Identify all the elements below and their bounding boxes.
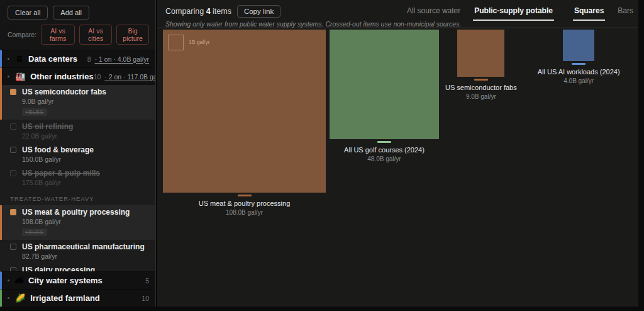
app-window: Clear all Add all Compare: AI vs farms A…: [0, 0, 644, 311]
checkbox-unchecked[interactable]: [10, 267, 16, 271]
checkbox-unchecked[interactable]: [10, 123, 16, 130]
scrollbar-gutter-right: [638, 0, 644, 311]
group-count: 10: [94, 73, 101, 81]
group-color-tick: [377, 141, 391, 143]
item-value: 9.0B gal/yr: [22, 98, 106, 105]
group-color-tick: [238, 195, 252, 196]
square-us-meat-and-poultry-processing[interactable]: 1B gal/yr: [163, 30, 326, 193]
group-name: City water systems: [28, 276, 103, 285]
clear-all-button[interactable]: Clear all: [8, 6, 48, 20]
group-count: 10: [142, 295, 149, 302]
checkbox-unchecked[interactable]: [10, 170, 16, 176]
toggle-dot: [8, 76, 9, 77]
toggle-dot: [8, 58, 9, 60]
tab-squares[interactable]: Squares: [573, 6, 605, 21]
group-name: Irrigated farmland: [30, 293, 100, 303]
tab-all-source-water[interactable]: All source water: [406, 6, 462, 21]
sidebar-group-data-centers[interactable]: 🖥 Data centers 8 · 1 on · 4.0B gal/yr: [0, 50, 155, 67]
group-color-tick: [572, 63, 586, 65]
scale-reference-label: 1B gal/yr: [189, 39, 210, 45]
tab-public-supply-potable[interactable]: Public-supply potable: [473, 6, 554, 21]
view-tabs: All source water Public-supply potable S…: [406, 6, 635, 21]
main-panel: Comparing 4 items Copy link Showing only…: [157, 0, 638, 307]
square-us-semiconductor-fabs[interactable]: [457, 30, 504, 77]
square-item-all-us-golf-courses: All US golf courses (2024) 48.0B gal/yr: [330, 30, 439, 162]
item-name: US semiconductor fabs: [22, 88, 106, 96]
sidebar-item-us-dairy-processing[interactable]: US dairy processing: [0, 263, 155, 271]
scale-reference-square: [168, 35, 184, 50]
compare-ai-vs-farms-button[interactable]: AI vs farms: [41, 25, 75, 45]
item-name: US paper & pulp mills: [22, 169, 100, 178]
item-name: US meat & poultry processing: [22, 208, 130, 217]
checkbox-checked[interactable]: [10, 209, 16, 215]
sidebar-item-us-paper-and-pulp-mills[interactable]: US paper & pulp mills 175.0B gal/yr: [0, 166, 155, 189]
squares-canvas: 1B gal/yr US meat & poultry processing 1…: [157, 28, 638, 216]
group-count: 5: [145, 277, 149, 285]
sidebar-item-us-pharmaceutical-manufacturing[interactable]: US pharmaceutical manufacturing 82.7B ga…: [0, 240, 155, 263]
sidebar-top-controls: Clear all Add all Compare: AI vs farms A…: [0, 0, 155, 50]
header-subtitle: Showing only water from public water sup…: [165, 20, 630, 28]
group-count: 8: [87, 55, 91, 63]
factory-icon: 🏭: [15, 72, 25, 81]
sidebar-item-us-semiconductor-fabs[interactable]: US semiconductor fabs 9.0B gal/yr +ELEC: [0, 85, 155, 120]
item-value: 108.0B gal/yr: [22, 218, 130, 225]
main-header: Comparing 4 items Copy link Showing only…: [157, 0, 638, 28]
item-value: 150.0B gal/yr: [22, 156, 94, 163]
sidebar-item-us-oil-refining[interactable]: US oil refining 22.0B gal/yr: [0, 120, 155, 143]
item-name: US oil refining: [22, 123, 73, 131]
checkbox-unchecked[interactable]: [10, 147, 16, 153]
checkbox-unchecked[interactable]: [10, 244, 16, 250]
elec-badge: +ELEC: [22, 108, 47, 116]
section-label: TREATED-WATER-HEAVY: [10, 195, 94, 202]
sidebar-section-treated-water-heavy: TREATED-WATER-HEAVY: [0, 189, 155, 205]
item-name: US food & beverage: [22, 146, 94, 154]
square-value: 48.0B gal/yr: [367, 156, 401, 162]
compare-big-picture-button[interactable]: Big picture: [116, 25, 149, 45]
checkbox-checked[interactable]: [10, 89, 16, 95]
square-item-us-semiconductor-fabs: US semiconductor fabs 9.0B gal/yr: [445, 30, 517, 100]
cityscape-icon: 🏙: [15, 276, 23, 285]
sidebar: Clear all Add all Compare: AI vs farms A…: [0, 0, 156, 307]
square-value: 108.0B gal/yr: [226, 209, 263, 216]
square-label: US meat & poultry processing: [199, 200, 291, 207]
copy-link-button[interactable]: Copy link: [237, 5, 280, 18]
sidebar-group-city-water-systems[interactable]: 🏙 City water systems 5: [0, 271, 155, 289]
group-on-badge[interactable]: · 2 on · 117.0B gal/yr: [104, 73, 156, 81]
item-value: 82.7B gal/yr: [22, 252, 145, 260]
item-name: US dairy processing: [22, 266, 95, 271]
group-color-tick: [474, 79, 488, 81]
compare-ai-vs-cities-button[interactable]: AI vs cities: [79, 25, 112, 45]
item-name: US pharmaceutical manufacturing: [22, 243, 145, 251]
tab-bars[interactable]: Bars: [616, 6, 635, 21]
square-value: 9.0B gal/yr: [466, 93, 496, 100]
desktop-computer-icon: 🖥: [15, 55, 23, 63]
square-label: US semiconductor fabs: [445, 84, 517, 91]
comparing-title: Comparing 4 items: [165, 7, 231, 16]
corn-icon: 🌽: [15, 294, 25, 302]
square-label: All US golf courses (2024): [344, 146, 425, 154]
square-item-all-us-ai-workloads: All US AI workloads (2024) 4.0B gal/yr: [538, 30, 620, 84]
group-on-badge[interactable]: · 1 on · 4.0B gal/yr: [95, 55, 149, 63]
sidebar-group-irrigated-farmland[interactable]: 🌽 Irrigated farmland 10: [0, 289, 155, 307]
toggle-dot: [8, 297, 9, 299]
compare-label: Compare:: [8, 31, 36, 38]
toggle-dot: [8, 280, 9, 281]
add-all-button[interactable]: Add all: [53, 6, 89, 20]
item-value: 22.0B gal/yr: [22, 132, 73, 140]
group-name: Data centers: [28, 54, 77, 64]
elec-badge: +ELEC: [22, 229, 47, 236]
scrollbar-gutter-bottom: [0, 307, 644, 311]
group-name: Other industries: [30, 72, 93, 81]
square-label: All US AI workloads (2024): [538, 68, 620, 76]
sidebar-item-us-meat-and-poultry-processing[interactable]: US meat & poultry processing 108.0B gal/…: [0, 205, 155, 240]
square-value: 4.0B gal/yr: [564, 77, 594, 84]
sidebar-item-us-food-and-beverage[interactable]: US food & beverage 150.0B gal/yr: [0, 143, 155, 166]
square-all-us-ai-workloads[interactable]: [563, 30, 594, 61]
square-all-us-golf-courses[interactable]: [330, 30, 439, 139]
item-value: 175.0B gal/yr: [22, 179, 100, 186]
square-item-us-meat-and-poultry-processing: 1B gal/yr US meat & poultry processing 1…: [163, 30, 326, 216]
sidebar-group-other-industries[interactable]: 🏭 Other industries 10 · 2 on · 117.0B ga…: [0, 67, 155, 85]
